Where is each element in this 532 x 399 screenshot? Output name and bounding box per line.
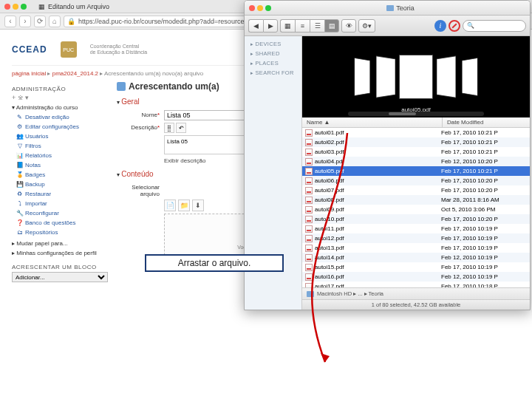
- crumb-course[interactable]: pma2024_2014.2: [52, 70, 98, 77]
- lock-icon: 🔒: [67, 18, 75, 25]
- coverflow-scrollbar[interactable]: [348, 112, 485, 116]
- file-row[interactable]: autoi02.pdfFeb 17, 2010 10:21 P: [302, 137, 530, 147]
- file-row[interactable]: autoi13.pdfFeb 17, 2010 10:19 P: [302, 243, 530, 253]
- finder-back-button[interactable]: ◀: [248, 19, 263, 33]
- home-button[interactable]: ⌂: [49, 16, 61, 27]
- finder-forward-button[interactable]: ▶: [263, 19, 278, 33]
- column-name[interactable]: Name ▲: [302, 117, 443, 127]
- block-tools[interactable]: + ※ ▾: [12, 94, 108, 101]
- add-folder-icon[interactable]: 📁: [178, 200, 190, 211]
- admin-section[interactable]: ▾ Administração do curso: [12, 104, 108, 111]
- tree-icon: 📊: [16, 152, 23, 159]
- sidebar-devices[interactable]: DEVICES: [245, 39, 301, 49]
- column-date[interactable]: Date Modified: [443, 117, 530, 127]
- cover-item[interactable]: [355, 58, 370, 96]
- sidebar-item[interactable]: 🏅Badges: [16, 170, 108, 180]
- pdf-icon: [305, 139, 313, 146]
- quicklook-button[interactable]: 👁: [341, 19, 356, 33]
- reload-button[interactable]: ⟳: [34, 16, 46, 27]
- label-descricao: Descrição: [117, 123, 160, 131]
- view-list-button[interactable]: ≡: [295, 19, 310, 33]
- finder-titlebar[interactable]: Teoria: [245, 1, 530, 16]
- browser-tab[interactable]: ▦ Editando um Arquivo: [31, 3, 109, 10]
- sidebar-item[interactable]: ⚙Editar configurações: [16, 122, 108, 132]
- file-row[interactable]: autoi05.pdfFeb 17, 2010 10:21 P: [302, 166, 530, 176]
- sidebar-item[interactable]: 💾Backup: [16, 180, 108, 189]
- finder-pathbar[interactable]: Macintosh HD ▸ ... ▸ Teoria: [302, 287, 530, 299]
- sidebar-item[interactable]: 👥Usuários: [16, 132, 108, 141]
- sidebar-item[interactable]: ✎Desativar edição: [16, 112, 108, 122]
- back-button[interactable]: ‹: [4, 16, 16, 27]
- sidebar-shared[interactable]: SHARED: [245, 49, 301, 58]
- pdf-icon: [305, 158, 313, 166]
- file-row[interactable]: autoi15.pdfFeb 17, 2010 10:19 P: [302, 262, 530, 272]
- add-file-icon[interactable]: 📄: [164, 200, 176, 211]
- view-coverflow-button[interactable]: ▤: [324, 19, 339, 33]
- view-icons-button[interactable]: ▦: [280, 19, 295, 33]
- file-row[interactable]: autoi09.pdfOct 5, 2010 3:06 PM: [302, 205, 530, 214]
- tree-icon: 👥: [16, 133, 23, 140]
- sidebar-item[interactable]: ❓Banco de questões: [16, 218, 108, 228]
- file-list[interactable]: autoi01.pdfFeb 17, 2010 10:21 Pautoi02.p…: [302, 128, 530, 287]
- profile-config[interactable]: ▸ Minhas configurações de perfil: [12, 250, 108, 256]
- sidebar-places[interactable]: PLACES: [245, 58, 301, 68]
- download-icon[interactable]: ⬇: [192, 200, 204, 211]
- file-row[interactable]: autoi07.pdfFeb 17, 2010 10:20 P: [302, 185, 530, 195]
- sidebar-searchfor[interactable]: SEARCH FOR: [245, 68, 301, 78]
- file-row[interactable]: autoi12.pdfFeb 17, 2010 10:19 P: [302, 233, 530, 243]
- file-row[interactable]: autoi01.pdfFeb 17, 2010 10:21 P: [302, 128, 530, 137]
- addblock-select[interactable]: Adicionar...: [12, 272, 108, 282]
- file-row[interactable]: autoi14.pdfFeb 12, 2010 10:19 P: [302, 253, 530, 262]
- forward-button[interactable]: ›: [19, 16, 31, 27]
- sidebar-item[interactable]: 🔧Reconfigurar: [16, 208, 108, 218]
- sidebar-item[interactable]: 📊Relatórios: [16, 151, 108, 160]
- sidebar-item[interactable]: ⤵Importar: [16, 199, 108, 208]
- switch-role[interactable]: ▸ Mudar papel para...: [12, 240, 108, 247]
- file-row[interactable]: autoi11.pdfFeb 17, 2010 10:19 P: [302, 224, 530, 233]
- view-columns-button[interactable]: ☰: [310, 19, 324, 33]
- file-row[interactable]: autoi17.pdfFeb 17, 2010 10:18 P: [302, 282, 530, 287]
- zoom-icon[interactable]: [21, 4, 27, 10]
- file-row[interactable]: autoi03.pdfFeb 17, 2010 10:21 P: [302, 147, 530, 157]
- sidebar-item[interactable]: 📘Notas: [16, 160, 108, 170]
- toolbar-undo-icon[interactable]: ↶: [176, 123, 186, 133]
- cover-item-selected[interactable]: [399, 55, 433, 99]
- folder-icon: [386, 5, 394, 11]
- stop-icon[interactable]: [449, 20, 460, 32]
- sidebar-item[interactable]: 🗂Repositórios: [16, 228, 108, 237]
- file-row[interactable]: autoi04.pdfFeb 12, 2010 10:20 P: [302, 157, 530, 166]
- crumb-home[interactable]: página inicial: [12, 70, 46, 77]
- cover-item[interactable]: [376, 55, 395, 98]
- logo-ccead: CCEAD: [12, 44, 47, 55]
- file-row[interactable]: autoi08.pdfMar 28, 2011 8:16 AM: [302, 195, 530, 205]
- close-icon[interactable]: [4, 4, 10, 10]
- pdf-icon: [305, 168, 313, 175]
- cover-item[interactable]: [437, 55, 456, 98]
- minimize-icon[interactable]: [13, 4, 18, 10]
- filelist-header[interactable]: Name ▲ Date Modified: [302, 117, 530, 128]
- file-row[interactable]: autoi16.pdfFeb 12, 2010 10:19 P: [302, 272, 530, 282]
- pdf-icon: [305, 216, 313, 223]
- tree-icon: 📘: [16, 162, 23, 168]
- finder-search-input[interactable]: [463, 20, 526, 32]
- info-icon[interactable]: i: [434, 20, 446, 32]
- file-row[interactable]: autoi10.pdfFeb 17, 2010 10:20 P: [302, 214, 530, 224]
- sidebar-item[interactable]: ♻Restaurar: [16, 189, 108, 199]
- pdf-icon: [305, 177, 313, 185]
- sort-asc-icon: ▲: [324, 119, 330, 126]
- finder-toolbar: ◀ ▶ ▦ ≡ ☰ ▤ 👁 ⚙▾ i: [245, 16, 530, 36]
- traffic-lights[interactable]: [4, 4, 27, 10]
- finder-close-icon[interactable]: [249, 5, 255, 11]
- finder-minimize-icon[interactable]: [257, 5, 263, 11]
- cover-item[interactable]: [462, 58, 477, 96]
- page-favicon-icon: ▦: [38, 3, 45, 10]
- toolbar-expand-icon[interactable]: ⣿: [164, 123, 174, 133]
- tree-icon: 🔧: [16, 210, 23, 216]
- file-row[interactable]: autoi06.pdfFeb 17, 2010 10:20 P: [302, 176, 530, 185]
- tab-title: Editando um Arquivo: [48, 3, 109, 10]
- sidebar-item[interactable]: ▽Filtros: [16, 141, 108, 151]
- finder-window[interactable]: Teoria ◀ ▶ ▦ ≡ ☰ ▤ 👁 ⚙▾ i DEVICES SHARED…: [244, 0, 531, 310]
- coverflow-area[interactable]: autoi05.pdf: [302, 36, 530, 117]
- action-menu-button[interactable]: ⚙▾: [358, 19, 375, 33]
- finder-zoom-icon[interactable]: [265, 5, 271, 11]
